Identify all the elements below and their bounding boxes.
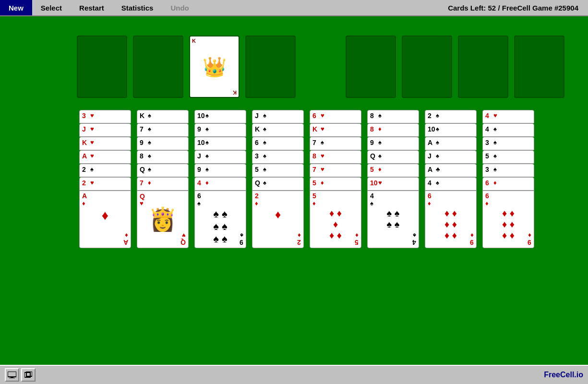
column-8[interactable]: 4♥ 4♠ 3♠ 5♠ 3♠ 6♦ 6 ♦ ♦ ♦♦ ♦♦ ♦ 9 ♦: [482, 110, 535, 248]
card-6s-c3[interactable]: 6 ♠ ♠ ♠♠ ♠♠ ♠ 9 ♠: [194, 191, 246, 248]
card-7d-c2[interactable]: 7♦: [137, 177, 189, 191]
card-ah[interactable]: A♥: [79, 150, 131, 164]
column-7[interactable]: 2♠ 10♠ A♠ J♠ A♣ 4♠ 6 ♦ ♦ ♦♦ ♦♦ ♦ 9 ♦: [425, 110, 478, 248]
card-2s-c1[interactable]: 2♠: [79, 164, 131, 177]
card-2h[interactable]: 2♥: [79, 177, 131, 191]
freecell-4[interactable]: [245, 36, 296, 98]
card-ks[interactable]: K♠: [137, 110, 189, 123]
card-ac-c7[interactable]: A♣: [425, 164, 477, 177]
card-4s-c8[interactable]: 4♠: [482, 123, 534, 137]
svg-rect-1: [11, 377, 13, 378]
card-10h-c6[interactable]: 10♥: [367, 177, 419, 191]
card-columns: 3♥ J♥ K♥ A♥ 2♠ 2♥ A ♦ ♦ A ♦ K♠ 7♠ 9♠ 8♠ …: [79, 110, 583, 248]
card-8s-c6[interactable]: 8♠: [367, 110, 419, 123]
game-area: K 👑 K 3♥ J♥ K♥ A♥ 2♠ 2♥ A ♦ ♦ A ♦: [0, 16, 588, 365]
resize-icon: [24, 372, 32, 378]
card-5d-c6[interactable]: 5♦: [367, 164, 419, 177]
card-8s-c2[interactable]: 8♠: [137, 150, 189, 164]
card-6d-c8[interactable]: 6♦: [482, 177, 534, 191]
taskbar-monitor-btn[interactable]: [5, 368, 19, 382]
card-ks-c4[interactable]: K♠: [252, 123, 304, 137]
card-10s-c3a[interactable]: 10♠: [194, 110, 246, 123]
card-6s-c4[interactable]: 6♠: [252, 137, 304, 150]
card-3s-c4[interactable]: 3♠: [252, 150, 304, 164]
menu-statistics[interactable]: Statistics: [113, 0, 162, 15]
card-4d-c3[interactable]: 4♦: [194, 177, 246, 191]
monitor-icon: [8, 372, 16, 378]
card-10s-c7[interactable]: 10♠: [425, 123, 477, 137]
card-qh[interactable]: Q ♥ 👸 Q ♥: [137, 191, 189, 248]
card-kh-c5[interactable]: K♥: [310, 123, 361, 137]
card-qs-c6[interactable]: Q♠: [367, 150, 419, 164]
card-kh[interactable]: K♥: [79, 137, 131, 150]
card-9s-c3[interactable]: 9♠: [194, 123, 246, 137]
status-text: Cards Left: 52 / FreeCell Game #25904: [448, 4, 578, 12]
taskbar-resize-btn[interactable]: [21, 368, 36, 382]
svg-rect-2: [9, 378, 15, 378]
card-10s-c3b[interactable]: 10♠: [194, 137, 246, 150]
card-4s-c6[interactable]: 4 ♠ ♠ ♠♠ ♠ 4 ♠: [367, 191, 419, 248]
foundation-1[interactable]: [346, 36, 396, 98]
column-1[interactable]: 3♥ J♥ K♥ A♥ 2♠ 2♥ A ♦ ♦ A ♦: [79, 110, 132, 248]
card-5d-c5b[interactable]: 5 ♦ ♦ ♦♦♦ ♦ 5 ♦: [310, 191, 361, 248]
card-9s-c6[interactable]: 9♠: [367, 137, 419, 150]
card-qs-c2[interactable]: Q♠: [137, 164, 189, 177]
card-3s-c8b[interactable]: 3♠: [482, 164, 534, 177]
taskbar-left: [5, 368, 36, 382]
card-9s-c2[interactable]: 9♠: [137, 137, 189, 150]
freecell-2[interactable]: [133, 36, 183, 98]
column-5[interactable]: 6♥ K♥ 7♠ 8♥ 7♥ 5♦ 5 ♦ ♦ ♦♦♦ ♦ 5 ♦: [310, 110, 362, 248]
foundation-4[interactable]: [514, 36, 564, 98]
svg-rect-0: [8, 372, 16, 377]
foundation-2[interactable]: [402, 36, 452, 98]
card-5s-c8[interactable]: 5♠: [482, 150, 534, 164]
card-9s-c3c[interactable]: 9♠: [194, 164, 246, 177]
card-7h-c5[interactable]: 7♥: [310, 164, 361, 177]
menu-undo: Undo: [162, 0, 197, 15]
column-2[interactable]: K♠ 7♠ 9♠ 8♠ Q♠ 7♦ Q ♥ 👸 Q ♥: [137, 110, 190, 248]
menu-restart[interactable]: Restart: [71, 0, 113, 15]
brand-label: FreeCell.io: [544, 371, 583, 379]
card-4s-c7[interactable]: 4♠: [425, 177, 477, 191]
card-4h-c8[interactable]: 4♥: [482, 110, 534, 123]
card-7s-c2[interactable]: 7♠: [137, 123, 189, 137]
card-3h[interactable]: 3♥: [79, 110, 131, 123]
column-3[interactable]: 10♠ 9♠ 10♠ J♠ 9♠ 4♦ 6 ♠ ♠ ♠♠ ♠♠ ♠ 9 ♠: [194, 110, 247, 248]
menu-select[interactable]: Select: [32, 0, 71, 15]
card-js-c3[interactable]: J♠: [194, 150, 246, 164]
card-2s-c7[interactable]: 2♠: [425, 110, 477, 123]
card-ad[interactable]: A ♦ ♦ A ♦: [79, 191, 131, 248]
freecell-3[interactable]: K 👑 K: [189, 36, 240, 98]
column-6[interactable]: 8♠ 8♦ 9♠ Q♠ 5♦ 10♥ 4 ♠ ♠ ♠♠ ♠ 4 ♠: [367, 110, 420, 248]
card-as-c7[interactable]: A♠: [425, 137, 477, 150]
menubar: New Select Restart Statistics Undo Cards…: [0, 0, 588, 16]
foundation-3[interactable]: [458, 36, 508, 98]
menu-new[interactable]: New: [0, 0, 32, 15]
card-6d-c7[interactable]: 6 ♦ ♦ ♦♦ ♦♦ ♦ 9 ♦: [425, 191, 477, 248]
freecell-1[interactable]: [77, 36, 127, 98]
card-9d-c8[interactable]: 6 ♦ ♦ ♦♦ ♦♦ ♦ 9 ♦: [482, 191, 534, 248]
card-js-c4[interactable]: J♠: [252, 110, 304, 123]
card-js-c7[interactable]: J♠: [425, 150, 477, 164]
card-5d-c5a[interactable]: 5♦: [310, 177, 361, 191]
card-6h-c5[interactable]: 6♥: [310, 110, 361, 123]
card-5s-c4[interactable]: 5♠: [252, 164, 304, 177]
card-qs-c4[interactable]: Q♠: [252, 177, 304, 191]
column-4[interactable]: J♠ K♠ 6♠ 3♠ 5♠ Q♠ 2 ♦ ♦ 2 ♦: [252, 110, 305, 248]
card-3s-c8[interactable]: 3♠: [482, 137, 534, 150]
card-8h-c5[interactable]: 8♥: [310, 150, 361, 164]
card-8d-c6[interactable]: 8♦: [367, 123, 419, 137]
card-jh[interactable]: J♥: [79, 123, 131, 137]
card-7s-c5[interactable]: 7♠: [310, 137, 361, 150]
card-2d-c4[interactable]: 2 ♦ ♦ 2 ♦: [252, 191, 304, 248]
taskbar: FreeCell.io: [0, 365, 588, 384]
